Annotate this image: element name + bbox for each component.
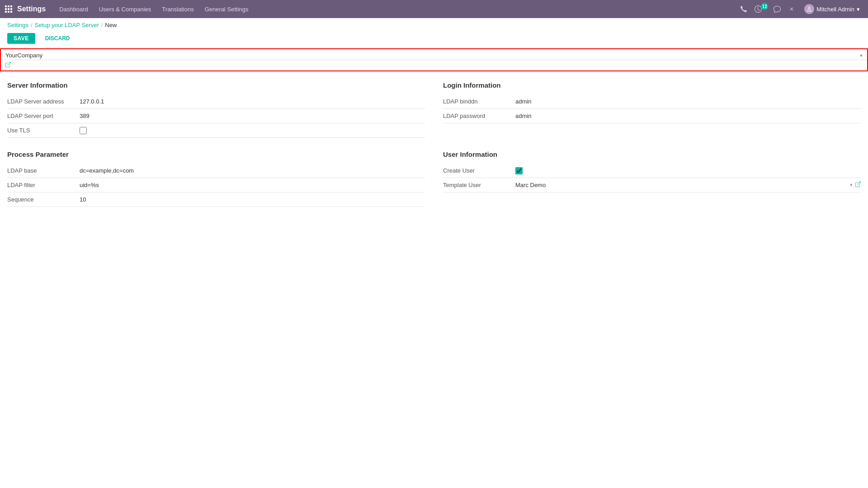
server-info-section: Server Information LDAP Server address 1… — [7, 80, 425, 138]
template-user-value: Marc Demo — [515, 182, 847, 188]
breadcrumb-settings[interactable]: Settings — [7, 22, 28, 28]
ldap-base-label: LDAP base — [7, 167, 80, 174]
svg-rect-2 — [10, 5, 12, 7]
topbar: Settings Dashboard Users & Companies Tra… — [0, 0, 868, 18]
use-tls-label: Use TLS — [7, 127, 80, 134]
template-user-row: Template User Marc Demo ▾ — [443, 178, 861, 192]
company-select-wrapper: ▾ — [1, 49, 867, 60]
breadcrumb-sep-2: / — [101, 22, 103, 28]
svg-rect-7 — [8, 11, 9, 13]
server-info-title: Server Information — [7, 81, 425, 89]
template-user-external-link-icon[interactable] — [855, 182, 861, 188]
template-user-label: Template User — [443, 182, 515, 188]
user-info-section: User Information Create User Template Us… — [443, 149, 861, 207]
clock-notif-wrapper[interactable]: 12 — [753, 4, 768, 14]
svg-rect-6 — [5, 11, 7, 13]
nav-translations[interactable]: Translations — [157, 3, 198, 15]
user-name: Mitchell Admin — [816, 6, 854, 13]
phone-icon[interactable] — [738, 4, 749, 14]
sequence-row: Sequence 10 — [7, 192, 425, 207]
user-avatar — [804, 4, 814, 14]
sequence-label: Sequence — [7, 196, 80, 203]
create-user-row: Create User — [443, 164, 861, 178]
action-bar: SAVE DISCARD — [0, 31, 868, 48]
ldap-binddn-value: admin — [515, 98, 861, 105]
login-info-title: Login Information — [443, 81, 861, 89]
ldap-server-address-row: LDAP Server address 127.0.0.1 — [7, 94, 425, 109]
svg-rect-3 — [5, 8, 7, 10]
ldap-server-address-label: LDAP Server address — [7, 98, 80, 105]
notification-badge: 12 — [761, 3, 768, 10]
topbar-nav: Dashboard Users & Companies Translations… — [55, 3, 738, 15]
ldap-server-port-value: 389 — [80, 113, 425, 119]
process-param-title: Process Parameter — [7, 150, 425, 158]
user-dropdown-arrow: ▾ — [857, 6, 860, 13]
breadcrumb-setup-ldap[interactable]: Setup your LDAP Server — [35, 22, 99, 28]
ldap-password-value: admin — [515, 113, 861, 119]
app-title: Settings — [17, 5, 46, 13]
nav-users-companies[interactable]: Users & Companies — [94, 3, 156, 15]
company-selector-section: ▾ — [0, 48, 868, 71]
apps-menu-icon[interactable] — [5, 5, 13, 13]
nav-general-settings[interactable]: General Settings — [200, 3, 253, 15]
user-info-title: User Information — [443, 150, 861, 158]
use-tls-row: Use TLS — [7, 123, 425, 138]
svg-rect-1 — [8, 5, 9, 7]
ldap-binddn-row: LDAP binddn admin — [443, 94, 861, 109]
chat-icon[interactable] — [772, 4, 783, 14]
nav-dashboard[interactable]: Dashboard — [55, 3, 93, 15]
sequence-value: 10 — [80, 196, 425, 203]
template-user-dropdown-arrow[interactable]: ▾ — [850, 182, 853, 188]
ldap-filter-row: LDAP filter uid=%s — [7, 178, 425, 192]
login-info-section: Login Information LDAP binddn admin LDAP… — [443, 80, 861, 138]
create-user-label: Create User — [443, 167, 515, 174]
svg-rect-0 — [5, 5, 7, 7]
ldap-server-port-label: LDAP Server port — [7, 113, 80, 119]
discard-button[interactable]: DISCARD — [39, 33, 76, 44]
ldap-password-row: LDAP password admin — [443, 109, 861, 123]
company-select-arrow-icon[interactable]: ▾ — [860, 52, 863, 59]
use-tls-checkbox[interactable] — [80, 127, 87, 134]
process-param-section: Process Parameter LDAP base dc=example,d… — [7, 149, 425, 207]
breadcrumb: Settings / Setup your LDAP Server / New — [0, 18, 868, 31]
ldap-base-row: LDAP base dc=example,dc=com — [7, 164, 425, 178]
main-content: Server Information LDAP Server address 1… — [0, 75, 868, 222]
ldap-server-port-row: LDAP Server port 389 — [7, 109, 425, 123]
close-icon[interactable] — [786, 4, 797, 14]
ldap-filter-label: LDAP filter — [7, 182, 80, 188]
company-external-link[interactable] — [1, 60, 15, 70]
svg-rect-5 — [10, 8, 12, 10]
svg-rect-4 — [8, 8, 9, 10]
ldap-password-label: LDAP password — [443, 113, 515, 119]
create-user-checkbox[interactable] — [515, 167, 523, 174]
ldap-base-value: dc=example,dc=com — [80, 167, 425, 174]
ldap-server-address-value: 127.0.0.1 — [80, 98, 425, 105]
breadcrumb-current: New — [105, 22, 117, 28]
template-user-wrapper: Marc Demo ▾ — [515, 182, 861, 188]
user-menu[interactable]: Mitchell Admin ▾ — [801, 2, 863, 16]
company-select-input[interactable] — [5, 52, 860, 59]
svg-rect-8 — [10, 11, 12, 13]
breadcrumb-sep-1: / — [31, 22, 33, 28]
ldap-filter-value: uid=%s — [80, 182, 425, 188]
topbar-right: 12 Mitchell Admin ▾ — [738, 2, 863, 16]
save-button[interactable]: SAVE — [7, 33, 35, 44]
ldap-binddn-label: LDAP binddn — [443, 98, 515, 105]
